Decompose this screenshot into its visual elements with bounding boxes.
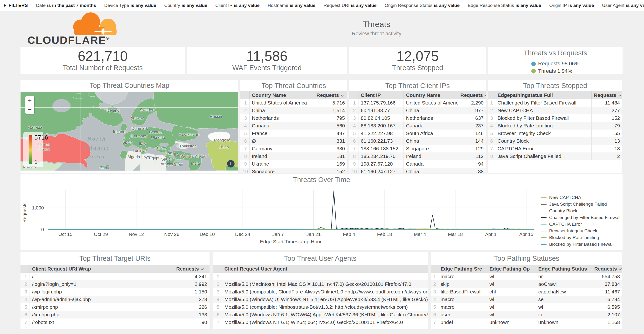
zoom-out-button[interactable]: − [25, 105, 34, 114]
threats-over-time-chart[interactable]: Oct 15Oct 29Nov 12Nov 26Dec 10Dec 24Jan … [20, 174, 622, 250]
table-row[interactable]: 7undefunknownunknown1,168 [431, 318, 622, 326]
sort-chevron-icon[interactable] [341, 94, 344, 97]
table-row[interactable]: 1/4,341 [20, 273, 210, 280]
legend-item[interactable]: Challenged by Filter Based Firewall [541, 215, 620, 220]
table-row[interactable]: 6Country Block13 [488, 137, 622, 145]
table-row[interactable]: 1137.175.79.166United States of America2… [349, 99, 486, 107]
table-row[interactable]: 8Java Script Challenge Failed2 [488, 152, 622, 160]
table-row[interactable]: 8185.234.219.70Ireland112 [349, 152, 486, 160]
table-row[interactable]: 468.183.200.167Canada237 [349, 122, 486, 130]
map-country-label: Pakistan [180, 154, 196, 159]
legend-item[interactable]: Java Script Challenge Failed [541, 202, 620, 207]
table-row[interactable]: 7CAPTCHA Error13 [488, 145, 622, 152]
table-row[interactable]: 380.82.64.105Netherlands637 [349, 114, 486, 122]
filter-chip[interactable]: Origin IPis any value [549, 3, 594, 8]
cell: //xmlrpc.php [30, 311, 174, 318]
table-row[interactable]: 7Germany330 [240, 145, 347, 152]
table-row[interactable]: 3Blocked by Filter Based Firewall152 [488, 114, 622, 122]
column-header[interactable]: Client IP [358, 91, 404, 99]
legend-item[interactable]: CAPTCHA Error [541, 222, 620, 227]
info-icon[interactable]: i [227, 160, 234, 167]
table-row[interactable]: 1061.160.247.127China88 [349, 168, 486, 173]
sort-chevron-icon[interactable] [618, 94, 621, 97]
table-row[interactable]: 7188.166.188.152Singapore129 [349, 145, 486, 152]
filter-chip[interactable]: User Agentis any value [602, 3, 644, 8]
table-row[interactable]: 6∅331 [240, 137, 347, 145]
column-header[interactable]: Country Name [249, 91, 314, 99]
table-row[interactable]: 9198.27.67.120Canada94 [349, 160, 486, 168]
table-row[interactable]: 5/xmlrpc.php226 [20, 303, 210, 311]
sort-chevron-icon[interactable] [485, 94, 486, 97]
filter-chip[interactable]: Dateis in the past 7 months [36, 3, 96, 8]
table-row[interactable]: 3/wp-login.php1,150 [20, 288, 210, 295]
column-header[interactable]: Edge Pathing Status [536, 265, 592, 273]
sort-chevron-icon[interactable] [201, 267, 204, 270]
table-row[interactable]: 10Singapore152 [240, 168, 347, 173]
column-header[interactable]: Requests [591, 91, 622, 99]
table-row[interactable]: 4Mozilla/5.0 (Windows; U; Windows NT 5.1… [213, 295, 428, 303]
table-row[interactable]: 3filterBasedFirewallchlcaptchaNew11,467 [431, 288, 622, 295]
table-row[interactable]: 541.222.227.98South Africa146 [349, 130, 486, 137]
table-row[interactable]: 4macrowlse6,734 [431, 295, 622, 303]
legend-item[interactable]: Country Block [541, 208, 620, 213]
column-header[interactable]: Edgepathingstatus Full [495, 91, 591, 99]
column-header[interactable]: Client Request User Agent [222, 265, 428, 273]
table-row[interactable]: 4Blocked by Rate Limiting79 [488, 122, 622, 130]
table-row[interactable]: 1macrowlnr554,758 [431, 273, 622, 280]
table-row[interactable]: 2New CAPTCHA277 [488, 107, 622, 114]
table-row[interactable]: 661.160.221.73China144 [349, 137, 486, 145]
table-row[interactable]: 1United States of America5,716 [240, 99, 347, 107]
table-row[interactable]: 4Canada560 [240, 122, 347, 130]
column-header[interactable]: Requests [458, 91, 486, 99]
column-header[interactable]: Country Name [404, 91, 458, 99]
legend-item[interactable]: New CAPTCHA [541, 195, 620, 200]
table-row[interactable]: 5macrowlwl6,595 [431, 303, 622, 311]
table-row[interactable]: 2/login/?login_only=12,992 [20, 280, 210, 288]
table-row[interactable]: 2China1,514 [240, 107, 347, 114]
table-row[interactable]: 5Browser Integrity Check55 [488, 130, 622, 137]
table-row[interactable]: 8Ireland181 [240, 152, 347, 160]
legend-item[interactable]: Blocked by Rate Limiting [541, 235, 620, 240]
cell [222, 273, 428, 280]
table-row[interactable]: 1Challenged by Filter Based Firewall11,4… [488, 99, 622, 107]
table-row[interactable]: 260.191.38.77China977 [349, 107, 486, 114]
filter-chip[interactable]: Request URIis any value [324, 3, 376, 8]
row-index: 1 [488, 99, 495, 107]
row-index: 2 [240, 107, 249, 114]
filter-chip[interactable]: Countryis any value [164, 3, 207, 8]
table-row[interactable]: 6//xmlrpc.php133 [20, 311, 210, 318]
column-header[interactable]: Edge Pathing Op [487, 265, 536, 273]
table-row[interactable]: 2Mozilla/5.0 (Macintosh; Intel Mac OS X … [213, 280, 428, 288]
table-row[interactable]: 9Ukraine169 [240, 160, 347, 168]
filter-chip[interactable]: Hostnameis any value [268, 3, 315, 8]
table-row[interactable]: 2skipwlaoCrawl37,834 [431, 280, 622, 288]
sort-chevron-icon[interactable] [619, 267, 622, 270]
table-row[interactable]: 5Mozilla/5.0 (compatible; Nimbostratus-B… [213, 303, 428, 311]
column-header[interactable]: Client Request URI Wrap [30, 265, 174, 273]
table-row[interactable]: 1 [213, 273, 428, 280]
world-map[interactable]: CanadaUnited StatesMexicoCubaIcelandIrel… [20, 92, 238, 171]
table-row[interactable]: 4/wp-admin/admin-ajax.php278 [20, 295, 210, 303]
zoom-in-button[interactable]: + [25, 96, 34, 105]
filter-chip[interactable]: Edge Response Statusis any value [468, 3, 541, 8]
table-row[interactable]: 6userwlip2,107 [431, 311, 622, 318]
map-country-label: Canada [28, 125, 42, 130]
filter-chip[interactable]: Device Typeis any value [104, 3, 156, 8]
table-row[interactable]: 7/robots.txt90 [20, 318, 210, 326]
column-header[interactable]: Requests [314, 91, 347, 99]
table-row[interactable]: 6Mozilla/5.0 (Windows NT 6.1; WOW64) App… [213, 311, 428, 318]
table-row[interactable]: 5France497 [240, 130, 347, 137]
column-header[interactable]: Requests [174, 265, 210, 273]
column-header[interactable]: Requests [592, 265, 622, 273]
x-tick-label: Feb 18 [377, 232, 392, 237]
table-row[interactable]: 7Mozilla/5.0 (Windows NT 6.1; Win64; x64… [213, 318, 428, 326]
legend-item[interactable]: Blocked by Filter Based Firewall [541, 242, 620, 247]
legend-item[interactable]: Browser Integrity Check [541, 228, 620, 234]
filter-chip[interactable]: Origin Response Statusis any value [385, 3, 460, 8]
cell: unknown [487, 318, 536, 326]
table-row[interactable]: 3Netherlands795 [240, 114, 347, 122]
table-row[interactable]: 3Mozilla/5.0 (compatible; CloudFlare-Alw… [213, 288, 428, 295]
column-header[interactable]: Edge Pathing Src [438, 265, 487, 273]
filters-toggle[interactable]: FILTERS [4, 3, 28, 8]
filter-chip[interactable]: Client IPis any value [215, 3, 260, 8]
